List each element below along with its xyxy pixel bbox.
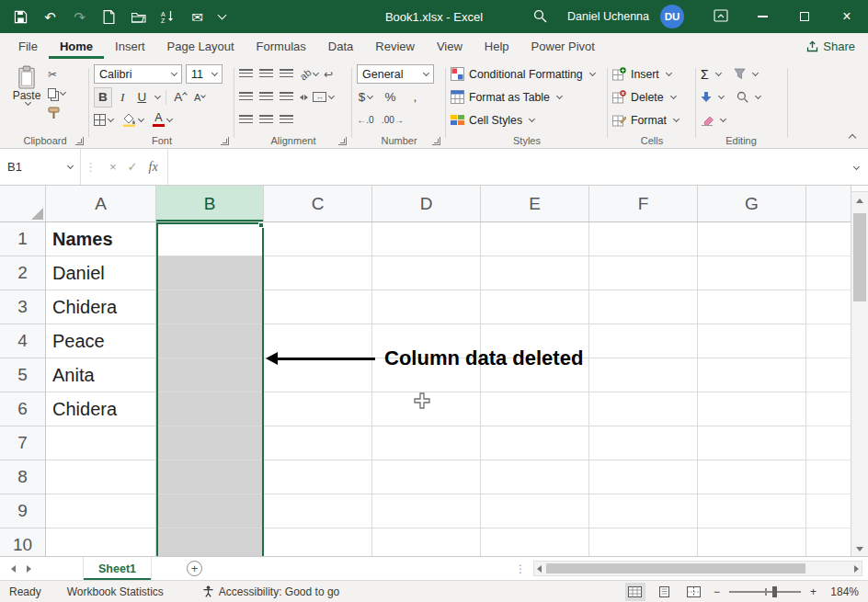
autosum-button[interactable]: Σ bbox=[701, 62, 721, 85]
column-header-f[interactable]: F bbox=[589, 186, 698, 221]
decrease-indent-icon[interactable] bbox=[300, 95, 303, 100]
cell-D10[interactable] bbox=[372, 528, 481, 556]
close-button[interactable]: × bbox=[826, 0, 868, 33]
maximize-button[interactable] bbox=[783, 0, 826, 33]
cell-G1[interactable] bbox=[698, 222, 806, 256]
cell-B9[interactable] bbox=[156, 494, 264, 528]
cell-E9[interactable] bbox=[481, 494, 589, 528]
delete-cells-button[interactable]: Delete bbox=[612, 85, 691, 108]
accessibility-status[interactable]: Accessibility: Good to go bbox=[202, 585, 339, 598]
tab-view[interactable]: View bbox=[426, 33, 474, 59]
cell-E2[interactable] bbox=[481, 256, 589, 290]
avatar[interactable]: DU bbox=[660, 5, 684, 28]
cell-C10[interactable] bbox=[264, 528, 372, 556]
comma-style-button[interactable]: , bbox=[406, 87, 424, 108]
increase-decimal-button[interactable]: ←.0 bbox=[357, 110, 374, 131]
tab-insert[interactable]: Insert bbox=[104, 33, 156, 59]
underline-chevron[interactable] bbox=[154, 93, 161, 99]
align-bottom-icon[interactable] bbox=[280, 69, 293, 79]
cell-B3[interactable] bbox=[156, 290, 264, 324]
tab-data[interactable]: Data bbox=[317, 33, 364, 59]
sheet-tab-sheet1[interactable]: Sheet1 bbox=[83, 557, 152, 580]
cell-E1[interactable] bbox=[481, 222, 589, 256]
tab-formulas[interactable]: Formulas bbox=[246, 33, 317, 59]
zoom-slider-thumb[interactable] bbox=[772, 586, 777, 597]
align-middle-icon[interactable] bbox=[259, 69, 273, 79]
cell-A1[interactable]: Names bbox=[46, 222, 156, 256]
clear-button[interactable] bbox=[701, 108, 725, 131]
cell-G4[interactable] bbox=[698, 324, 806, 358]
sheet-nav-right[interactable] bbox=[27, 565, 31, 573]
column-header-d[interactable]: D bbox=[372, 186, 481, 221]
redo-icon[interactable]: ↷ bbox=[72, 8, 87, 25]
cell-G6[interactable] bbox=[698, 392, 806, 426]
formula-bar-grip[interactable]: ⋮ bbox=[81, 160, 100, 174]
undo-icon[interactable]: ↶ bbox=[42, 8, 58, 25]
cell-E6[interactable] bbox=[481, 392, 589, 426]
format-as-table-button[interactable]: Format as Table bbox=[451, 85, 603, 108]
orientation-button[interactable]: ab bbox=[298, 66, 314, 82]
cell-D1[interactable] bbox=[372, 222, 481, 256]
fill-button[interactable] bbox=[701, 85, 724, 108]
scroll-left-button[interactable] bbox=[537, 565, 542, 573]
row-header-4[interactable]: 4 bbox=[0, 324, 46, 358]
cell-B6[interactable] bbox=[156, 392, 264, 426]
cell-A10[interactable] bbox=[46, 528, 156, 556]
cell-A5[interactable]: Anita bbox=[46, 358, 156, 392]
insert-function-icon[interactable]: fx bbox=[149, 160, 158, 175]
copy-button[interactable] bbox=[48, 86, 65, 100]
cell-F6[interactable] bbox=[589, 392, 698, 426]
cell-B5[interactable] bbox=[156, 358, 264, 392]
account-name[interactable]: Daniel Uchenna bbox=[567, 10, 649, 23]
font-family-select[interactable]: Calibri bbox=[94, 64, 182, 84]
column-header-b[interactable]: B bbox=[156, 186, 264, 221]
underline-button[interactable]: U bbox=[133, 87, 151, 108]
sheet-nav-left[interactable] bbox=[11, 565, 16, 573]
cell-A3[interactable]: Chidera bbox=[46, 290, 156, 324]
cell-F7[interactable] bbox=[589, 426, 698, 460]
minimize-button[interactable] bbox=[741, 0, 783, 33]
tab-review[interactable]: Review bbox=[364, 33, 426, 59]
cell-A6[interactable]: Chidera bbox=[46, 392, 156, 426]
cell-styles-button[interactable]: Cell Styles bbox=[451, 108, 603, 131]
cut-button[interactable]: ✂ bbox=[48, 67, 65, 81]
row-header-9[interactable]: 9 bbox=[0, 494, 46, 528]
increase-indent-icon[interactable] bbox=[304, 95, 308, 100]
horizontal-scrollbar[interactable] bbox=[533, 561, 862, 576]
horizontal-scroll-thumb[interactable] bbox=[546, 563, 805, 574]
workbook-statistics-button[interactable]: Workbook Statistics bbox=[67, 585, 164, 598]
increase-font-button[interactable]: A bbox=[172, 87, 189, 108]
column-header-e[interactable]: E bbox=[481, 186, 589, 221]
format-cells-button[interactable]: Format bbox=[612, 108, 691, 131]
cell-D8[interactable] bbox=[372, 460, 481, 494]
name-box[interactable]: B1 bbox=[0, 149, 81, 185]
cell-D7[interactable] bbox=[372, 426, 481, 460]
ribbon-display-options-icon[interactable] bbox=[714, 8, 728, 26]
cell-B10[interactable] bbox=[156, 528, 264, 556]
font-color-button[interactable]: A bbox=[153, 110, 172, 131]
conditional-formatting-button[interactable]: Conditional Formatting bbox=[451, 62, 603, 85]
align-text-left-icon[interactable] bbox=[239, 115, 253, 125]
row-header-10[interactable]: 10 bbox=[0, 528, 46, 556]
open-folder-icon[interactable] bbox=[131, 8, 146, 25]
page-layout-view-icon[interactable] bbox=[655, 583, 675, 601]
cell-F2[interactable] bbox=[589, 256, 698, 290]
enter-icon[interactable]: ✓ bbox=[128, 160, 138, 174]
vertical-scrollbar[interactable] bbox=[851, 186, 868, 556]
cell-A4[interactable]: Peace bbox=[46, 324, 156, 358]
row-header-5[interactable]: 5 bbox=[0, 358, 46, 392]
cell-B1[interactable] bbox=[156, 222, 264, 256]
cell-F10[interactable] bbox=[589, 528, 698, 556]
cell-C7[interactable] bbox=[264, 426, 372, 460]
cell-E8[interactable] bbox=[481, 460, 589, 494]
cell-C6[interactable] bbox=[264, 392, 372, 426]
align-text-right-icon[interactable] bbox=[280, 115, 293, 125]
cell-D3[interactable] bbox=[372, 290, 481, 324]
add-sheet-button[interactable]: + bbox=[187, 561, 202, 576]
cell-A8[interactable] bbox=[46, 460, 156, 494]
tab-page-layout[interactable]: Page Layout bbox=[156, 33, 246, 59]
cell-C1[interactable] bbox=[264, 222, 372, 256]
italic-button[interactable]: I bbox=[114, 87, 131, 108]
cell-G10[interactable] bbox=[698, 528, 806, 556]
cell-E10[interactable] bbox=[481, 528, 589, 556]
